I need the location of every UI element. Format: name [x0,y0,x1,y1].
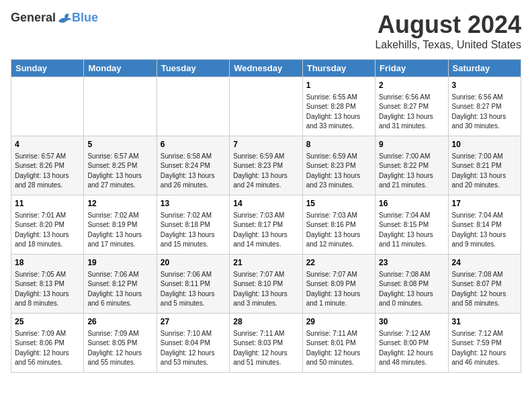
calendar-day-cell: 25Sunrise: 7:09 AM Sunset: 8:06 PM Dayli… [11,314,84,373]
calendar-day-cell: 26Sunrise: 7:09 AM Sunset: 8:05 PM Dayli… [84,314,157,373]
day-number: 3 [452,80,517,91]
day-info: Sunrise: 7:08 AM Sunset: 8:07 PM Dayligh… [452,270,517,309]
week-row-3: 11Sunrise: 7:01 AM Sunset: 8:20 PM Dayli… [11,195,521,255]
day-number: 21 [233,257,298,269]
day-info: Sunrise: 6:55 AM Sunset: 8:28 PM Dayligh… [306,93,371,132]
calendar-day-cell [84,77,157,136]
day-number: 13 [161,198,226,210]
day-info: Sunrise: 7:03 AM Sunset: 8:16 PM Dayligh… [306,211,371,250]
day-info: Sunrise: 6:59 AM Sunset: 8:23 PM Dayligh… [306,152,371,191]
day-info: Sunrise: 7:01 AM Sunset: 8:20 PM Dayligh… [15,211,80,250]
logo-blue-text: Blue [72,11,98,25]
header-day-monday: Monday [84,60,157,77]
day-info: Sunrise: 7:11 AM Sunset: 8:03 PM Dayligh… [233,329,298,368]
calendar-day-cell: 13Sunrise: 7:02 AM Sunset: 8:18 PM Dayli… [157,195,229,255]
calendar-day-cell: 14Sunrise: 7:03 AM Sunset: 8:17 PM Dayli… [230,195,302,255]
calendar-day-cell: 9Sunrise: 7:00 AM Sunset: 8:22 PM Daylig… [375,136,448,195]
logo: General Blue [11,11,98,25]
day-number: 18 [15,257,80,269]
day-info: Sunrise: 7:07 AM Sunset: 8:10 PM Dayligh… [233,270,298,309]
calendar-day-cell [11,77,84,136]
day-number: 4 [15,139,80,150]
day-number: 24 [452,257,517,269]
calendar-day-cell: 20Sunrise: 7:06 AM Sunset: 8:11 PM Dayli… [157,255,229,314]
day-info: Sunrise: 7:02 AM Sunset: 8:19 PM Dayligh… [87,211,152,250]
day-info: Sunrise: 6:56 AM Sunset: 8:27 PM Dayligh… [379,93,444,132]
calendar-day-cell: 3Sunrise: 6:56 AM Sunset: 8:27 PM Daylig… [448,77,521,136]
day-info: Sunrise: 7:11 AM Sunset: 8:01 PM Dayligh… [306,329,371,368]
calendar-day-cell: 24Sunrise: 7:08 AM Sunset: 8:07 PM Dayli… [448,255,521,314]
day-info: Sunrise: 7:12 AM Sunset: 8:00 PM Dayligh… [379,329,444,368]
day-number: 15 [306,198,371,210]
logo-general-text: General [11,11,56,25]
day-info: Sunrise: 7:04 AM Sunset: 8:14 PM Dayligh… [452,211,517,250]
calendar-day-cell: 18Sunrise: 7:05 AM Sunset: 8:13 PM Dayli… [11,255,84,314]
day-number: 16 [379,198,444,210]
day-info: Sunrise: 7:04 AM Sunset: 8:15 PM Dayligh… [379,211,444,250]
calendar-day-cell: 27Sunrise: 7:10 AM Sunset: 8:04 PM Dayli… [157,314,229,373]
header-day-thursday: Thursday [302,60,375,77]
day-info: Sunrise: 7:10 AM Sunset: 8:04 PM Dayligh… [161,329,226,368]
day-number: 20 [161,257,226,269]
day-info: Sunrise: 6:57 AM Sunset: 8:25 PM Dayligh… [87,152,152,191]
day-number: 9 [379,139,444,150]
day-info: Sunrise: 7:09 AM Sunset: 8:06 PM Dayligh… [15,329,80,368]
day-info: Sunrise: 7:00 AM Sunset: 8:22 PM Dayligh… [379,152,444,191]
day-info: Sunrise: 6:58 AM Sunset: 8:24 PM Dayligh… [161,152,226,191]
day-number: 29 [306,316,371,328]
title-section: August 2024 Lakehills, Texas, United Sta… [375,11,521,51]
day-number: 30 [379,316,444,328]
logo-bird-icon [57,12,72,24]
day-number: 22 [306,257,371,269]
day-info: Sunrise: 7:00 AM Sunset: 8:21 PM Dayligh… [452,152,517,191]
header-day-saturday: Saturday [448,60,521,77]
calendar-day-cell: 23Sunrise: 7:08 AM Sunset: 8:08 PM Dayli… [375,255,448,314]
header-day-wednesday: Wednesday [230,60,302,77]
calendar-day-cell: 19Sunrise: 7:06 AM Sunset: 8:12 PM Dayli… [84,255,157,314]
calendar-day-cell: 16Sunrise: 7:04 AM Sunset: 8:15 PM Dayli… [375,195,448,255]
day-number: 6 [161,139,226,150]
calendar-day-cell: 31Sunrise: 7:12 AM Sunset: 7:59 PM Dayli… [448,314,521,373]
header-day-friday: Friday [375,60,448,77]
day-info: Sunrise: 6:56 AM Sunset: 8:27 PM Dayligh… [452,93,517,132]
calendar-day-cell: 8Sunrise: 6:59 AM Sunset: 8:23 PM Daylig… [302,136,375,195]
calendar-day-cell: 4Sunrise: 6:57 AM Sunset: 8:26 PM Daylig… [11,136,84,195]
calendar-day-cell: 17Sunrise: 7:04 AM Sunset: 8:14 PM Dayli… [448,195,521,255]
calendar-table: SundayMondayTuesdayWednesdayThursdayFrid… [11,59,521,373]
week-row-2: 4Sunrise: 6:57 AM Sunset: 8:26 PM Daylig… [11,136,521,195]
day-number: 26 [87,316,152,328]
header-day-tuesday: Tuesday [157,60,229,77]
day-info: Sunrise: 7:03 AM Sunset: 8:17 PM Dayligh… [233,211,298,250]
calendar-day-cell: 30Sunrise: 7:12 AM Sunset: 8:00 PM Dayli… [375,314,448,373]
calendar-day-cell: 12Sunrise: 7:02 AM Sunset: 8:19 PM Dayli… [84,195,157,255]
calendar-day-cell: 21Sunrise: 7:07 AM Sunset: 8:10 PM Dayli… [230,255,302,314]
day-number: 5 [87,139,152,150]
day-number: 10 [452,139,517,150]
header: General Blue August 2024 Lakehills, Texa… [11,11,521,51]
calendar-day-cell [230,77,302,136]
day-number: 11 [15,198,80,210]
day-number: 25 [15,316,80,328]
calendar-header-row: SundayMondayTuesdayWednesdayThursdayFrid… [11,60,521,77]
day-info: Sunrise: 7:07 AM Sunset: 8:09 PM Dayligh… [306,270,371,309]
day-info: Sunrise: 7:12 AM Sunset: 7:59 PM Dayligh… [452,329,517,368]
calendar-day-cell: 11Sunrise: 7:01 AM Sunset: 8:20 PM Dayli… [11,195,84,255]
day-info: Sunrise: 6:59 AM Sunset: 8:23 PM Dayligh… [233,152,298,191]
month-title: August 2024 [375,11,521,39]
day-info: Sunrise: 7:09 AM Sunset: 8:05 PM Dayligh… [87,329,152,368]
calendar-day-cell: 10Sunrise: 7:00 AM Sunset: 8:21 PM Dayli… [448,136,521,195]
day-number: 27 [161,316,226,328]
week-row-5: 25Sunrise: 7:09 AM Sunset: 8:06 PM Dayli… [11,314,521,373]
day-number: 7 [233,139,298,150]
day-number: 19 [87,257,152,269]
calendar-day-cell: 7Sunrise: 6:59 AM Sunset: 8:23 PM Daylig… [230,136,302,195]
day-info: Sunrise: 7:05 AM Sunset: 8:13 PM Dayligh… [15,270,80,309]
day-number: 8 [306,139,371,150]
calendar-day-cell: 29Sunrise: 7:11 AM Sunset: 8:01 PM Dayli… [302,314,375,373]
calendar-day-cell: 28Sunrise: 7:11 AM Sunset: 8:03 PM Dayli… [230,314,302,373]
day-info: Sunrise: 7:08 AM Sunset: 8:08 PM Dayligh… [379,270,444,309]
header-day-sunday: Sunday [11,60,84,77]
day-number: 17 [452,198,517,210]
calendar-day-cell: 22Sunrise: 7:07 AM Sunset: 8:09 PM Dayli… [302,255,375,314]
day-info: Sunrise: 7:06 AM Sunset: 8:11 PM Dayligh… [161,270,226,309]
